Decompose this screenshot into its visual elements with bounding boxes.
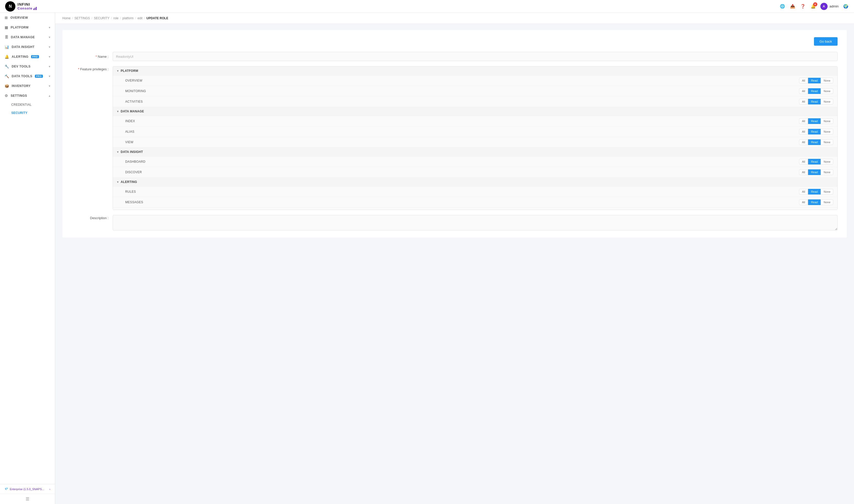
avatar: A (820, 3, 828, 10)
sidebar-item-data-manage[interactable]: 🗄 DATA MANAGE ▾ (0, 32, 55, 42)
perm-read-view[interactable]: Read (808, 139, 820, 145)
perm-none-monitoring[interactable]: None (821, 88, 833, 94)
chevron-down-icon: ▾ (49, 26, 51, 29)
enterprise-icon: 💎 (5, 487, 8, 491)
content-card: Go back * Name : * Feature privileges : (62, 30, 847, 238)
perm-read-overview[interactable]: Read (808, 78, 820, 84)
perm-read-monitoring[interactable]: Read (808, 88, 820, 94)
logo-infini: INFINI (17, 2, 37, 7)
section-alerting[interactable]: ▾ ALERTING (113, 178, 837, 186)
perm-read-dashboard[interactable]: Read (808, 159, 820, 164)
dev-tools-icon: 🔧 (5, 65, 9, 69)
breadcrumb-settings[interactable]: SETTINGS (74, 16, 90, 20)
user-menu[interactable]: A admin (820, 3, 839, 10)
sidebar-item-alerting[interactable]: 🔔 ALERTING Pro ▾ (0, 52, 55, 61)
tree-item-alias: ALIAS All Read None (113, 127, 837, 137)
breadcrumb-current: UPDATE ROLE (147, 16, 168, 20)
go-back-row: Go back (72, 37, 838, 46)
sidebar-item-data-tools[interactable]: 🔨 DATA TOOLS Pro ▾ (0, 71, 55, 81)
perm-group-discover: All Read None (799, 169, 833, 175)
sidebar-item-platform[interactable]: ▦ PLATFORM ▾ (0, 22, 55, 32)
perm-read-rules[interactable]: Read (808, 189, 820, 195)
perm-none-dashboard[interactable]: None (821, 159, 833, 164)
section-platform[interactable]: ▾ PLATFORM (113, 67, 837, 75)
perm-all-activities[interactable]: All (799, 99, 808, 105)
alerting-icon: 🔔 (5, 55, 9, 59)
tree-item-dashboard: DASHBOARD All Read None (113, 157, 837, 167)
perm-group-alias: All Read None (799, 129, 833, 134)
topnav: N INFINI Console 🌐 📥 ❓ 🔔 9 A a (0, 0, 854, 13)
perm-all-index[interactable]: All (799, 118, 808, 124)
name-input[interactable] (113, 52, 838, 61)
breadcrumb: Home / SETTINGS / SECURITY / role / plat… (55, 13, 854, 24)
section-data-insight-label: DATA INSIGHT (121, 150, 143, 154)
sidebar-item-inventory[interactable]: 📦 INVENTORY ▾ (0, 81, 55, 91)
breadcrumb-home[interactable]: Home (62, 16, 71, 20)
breadcrumb-role[interactable]: role (113, 16, 119, 20)
perm-none-overview[interactable]: None (821, 78, 833, 84)
logo-bars (33, 7, 37, 10)
description-label: Description : (72, 215, 113, 220)
perm-all-overview[interactable]: All (799, 78, 808, 84)
language-icon[interactable]: 🌍 (843, 3, 849, 10)
perm-read-activities[interactable]: Read (808, 99, 820, 105)
go-back-button[interactable]: Go back (814, 37, 838, 46)
perm-read-index[interactable]: Read (808, 118, 820, 124)
perm-all-rules[interactable]: All (799, 189, 808, 195)
breadcrumb-edit[interactable]: edit (138, 16, 142, 20)
chevron-right-icon: › (49, 488, 50, 491)
chevron-down-icon: ▾ (117, 69, 119, 73)
perm-none-index[interactable]: None (821, 118, 833, 124)
notification-icon[interactable]: 🔔 9 (810, 3, 816, 10)
data-insight-icon: 📊 (5, 45, 9, 49)
breadcrumb-platform[interactable]: platform (122, 16, 133, 20)
sidebar-item-security[interactable]: SECURITY (0, 109, 55, 117)
perm-all-discover[interactable]: All (799, 169, 808, 175)
perm-none-rules[interactable]: None (821, 189, 833, 195)
sidebar-label-data-manage: DATA MANAGE (11, 35, 35, 39)
sidebar-item-dev-tools[interactable]: 🔧 DEV TOOLS ▾ (0, 61, 55, 71)
section-data-manage-label: DATA MANAGE (121, 110, 144, 113)
section-alerting-label: ALERTING (121, 180, 137, 184)
perm-all-messages[interactable]: All (799, 199, 808, 205)
perm-read-alias[interactable]: Read (808, 129, 820, 134)
perm-none-messages[interactable]: None (821, 199, 833, 205)
logo-text: INFINI Console (17, 2, 37, 10)
settings-icon: ⚙ (5, 94, 8, 98)
chevron-down-icon: ▾ (49, 46, 51, 49)
sidebar-label-overview: OVERVIEW (11, 16, 28, 19)
perm-all-dashboard[interactable]: All (799, 159, 808, 164)
globe-icon[interactable]: 🌐 (779, 3, 785, 10)
description-input[interactable] (113, 215, 838, 231)
perm-read-messages[interactable]: Read (808, 199, 820, 205)
chevron-down-icon: ▾ (49, 36, 51, 39)
sidebar-item-settings[interactable]: ⚙ SETTINGS ▴ (0, 91, 55, 101)
main-content: Home / SETTINGS / SECURITY / role / plat… (55, 13, 854, 504)
breadcrumb-security[interactable]: SECURITY (94, 16, 110, 20)
sidebar-item-data-insight[interactable]: 📊 DATA INSIGHT ▾ (0, 42, 55, 52)
sidebar-label-data-tools: DATA TOOLS (12, 74, 33, 78)
chevron-down-icon: ▾ (49, 65, 51, 68)
perm-read-discover[interactable]: Read (808, 169, 820, 175)
perm-none-discover[interactable]: None (821, 169, 833, 175)
sidebar-item-overview[interactable]: ⊞ OVERVIEW (0, 13, 55, 22)
perm-all-alias[interactable]: All (799, 129, 808, 134)
inbox-icon[interactable]: 📥 (789, 3, 796, 10)
perm-none-view[interactable]: None (821, 139, 833, 145)
tree-item-monitoring: MONITORING All Read None (113, 86, 837, 96)
overview-icon: ⊞ (5, 16, 8, 20)
perm-none-alias[interactable]: None (821, 129, 833, 134)
perm-all-view[interactable]: All (799, 139, 808, 145)
help-icon[interactable]: ❓ (800, 3, 806, 10)
section-data-manage[interactable]: ▾ DATA MANAGE (113, 107, 837, 116)
tree-item-messages: MESSAGES All Read None (113, 197, 837, 208)
perm-group-rules: All Read None (799, 189, 833, 195)
description-row: Description : (72, 215, 838, 231)
tree-item-overview: OVERVIEW All Read None (113, 75, 837, 86)
perm-none-activities[interactable]: None (821, 99, 833, 105)
sidebar-footer[interactable]: 💎 Enterprise (1.5.0_SNAPS... › (0, 484, 55, 494)
perm-group-index: All Read None (799, 118, 833, 124)
sidebar-item-credential[interactable]: CREDENTIAL (0, 101, 55, 109)
section-data-insight[interactable]: ▾ DATA INSIGHT (113, 147, 837, 157)
perm-all-monitoring[interactable]: All (799, 88, 808, 94)
